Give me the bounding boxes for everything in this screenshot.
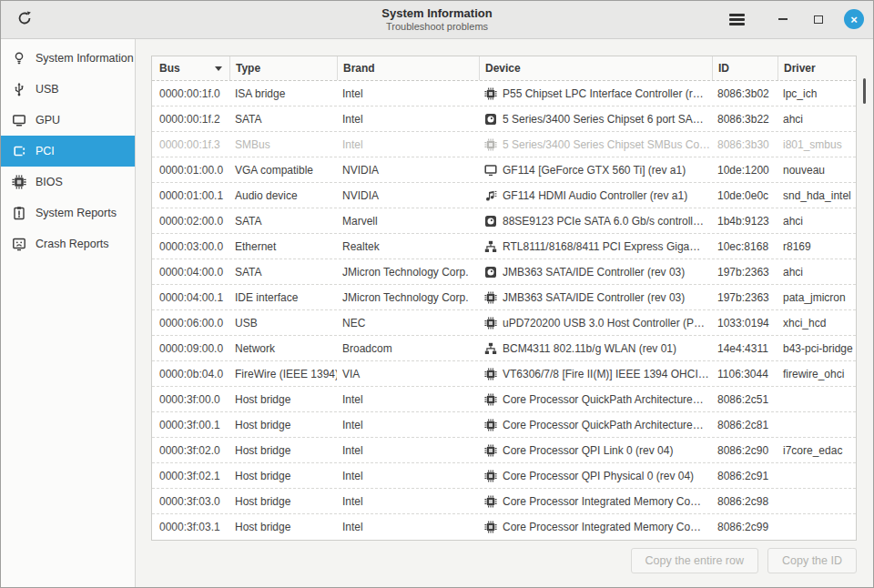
chip-icon [484, 419, 497, 431]
bus-cell: 0000:3f:03.0 [152, 495, 229, 508]
brand-cell: NEC [337, 317, 479, 329]
sidebar-item-bios[interactable]: BIOS [1, 167, 135, 198]
table-row[interactable]: 0000:01:00.1 Audio device NVIDIA GF114 H… [152, 183, 856, 208]
column-header-device[interactable]: Device [479, 56, 712, 80]
id-cell: 8086:2c98 [712, 495, 777, 508]
maximize-icon [814, 15, 823, 24]
chip-icon [484, 138, 497, 151]
driver-cell: nouveau [777, 164, 858, 177]
device-cell: 5 Series/3400 Series Chipset SMBus Co… [479, 138, 712, 151]
table-row[interactable]: 0000:01:00.0 VGA compatible NVIDIA GF114… [152, 157, 856, 183]
bus-cell: 0000:00:1f.0 [152, 87, 229, 100]
id-cell: 8086:3b30 [712, 138, 777, 151]
driver-cell: pata_jmicron [777, 291, 858, 304]
chip-icon [484, 368, 497, 380]
device-cell: Core Processor Integrated Memory Co… [479, 495, 712, 508]
chip-icon [484, 521, 497, 533]
column-header-driver[interactable]: Driver [777, 56, 858, 80]
lightbulb-icon [12, 51, 26, 66]
table-row[interactable]: 0000:00:1f.2 SATA Intel 5 Series/3400 Se… [152, 106, 856, 132]
minimize-button[interactable] [773, 9, 793, 29]
titlebar: System Information Troubleshoot problems… [1, 1, 873, 39]
sidebar-item-system-information[interactable]: System Information [1, 43, 135, 74]
id-cell: 8086:3b02 [712, 87, 777, 100]
column-header-brand[interactable]: Brand [337, 56, 479, 80]
device-cell: BCM4311 802.11b/g WLAN (rev 01) [479, 342, 712, 355]
device-label: Core Processor QPI Physical 0 (rev 04) [503, 470, 694, 482]
scrollbar-thumb[interactable] [863, 78, 866, 104]
type-cell: SATA [229, 215, 337, 228]
sidebar-item-pci[interactable]: PCI [1, 136, 135, 167]
table-row[interactable]: 0000:06:00.0 USB NEC uPD720200 USB 3.0 H… [152, 310, 856, 336]
brand-cell: JMicron Technology Corp. [337, 291, 479, 304]
bus-cell: 0000:09:00.0 [152, 342, 229, 355]
id-cell: 197b:2363 [712, 266, 777, 279]
close-button[interactable]: × [844, 9, 864, 29]
table-row[interactable]: 0000:3f:00.1 Host bridge Intel Core Proc… [152, 412, 856, 438]
copy-row-button[interactable]: Copy the entire row [631, 548, 758, 573]
bus-cell: 0000:00:1f.2 [152, 113, 229, 126]
menu-button[interactable] [726, 8, 748, 32]
maximize-button[interactable] [808, 9, 828, 29]
sidebar-item-label: USB [36, 83, 59, 96]
copy-id-button[interactable]: Copy the ID [767, 548, 857, 573]
table-row[interactable]: 0000:3f:03.0 Host bridge Intel Core Proc… [152, 489, 856, 514]
table-row[interactable]: 0000:04:00.1 IDE interface JMicron Techn… [152, 285, 856, 310]
sidebar-item-usb[interactable]: USB [1, 74, 135, 105]
sidebar-item-gpu[interactable]: GPU [1, 105, 135, 136]
device-cell: P55 Chipset LPC Interface Controller (r… [479, 87, 712, 100]
column-header-id[interactable]: ID [712, 56, 777, 80]
brand-cell: Intel [337, 393, 479, 406]
type-cell: Host bridge [229, 419, 337, 431]
table-row[interactable]: 0000:00:1f.0 ISA bridge Intel P55 Chipse… [152, 81, 856, 106]
type-cell: SATA [229, 113, 337, 126]
column-header-type[interactable]: Type [229, 56, 337, 80]
minimize-icon [778, 18, 788, 20]
brand-cell: VIA [337, 368, 479, 380]
column-label: Driver [784, 62, 816, 75]
device-cell: JMB363 SATA/IDE Controller (rev 03) [479, 266, 712, 279]
table-row[interactable]: 0000:09:00.0 Network Broadcom BCM4311 80… [152, 336, 856, 361]
table-row[interactable]: 0000:3f:02.0 Host bridge Intel Core Proc… [152, 438, 856, 463]
table-row[interactable]: 0000:00:1f.3 SMBus Intel 5 Series/3400 S… [152, 132, 856, 157]
id-cell: 1b4b:9123 [712, 215, 777, 228]
device-label: Core Processor QuickPath Architecture… [503, 419, 704, 431]
sidebar: System Information USB GPU PCI BIOS Syst… [1, 39, 136, 587]
device-label: GF114 [GeForce GTX 560 Ti] (rev a1) [503, 164, 686, 177]
column-label: Type [236, 62, 260, 75]
brand-cell: Intel [337, 419, 479, 431]
driver-cell: lpc_ich [777, 87, 858, 100]
driver-cell: b43-pci-bridge [777, 342, 858, 355]
sort-desc-icon [215, 66, 222, 71]
refresh-button[interactable] [12, 7, 37, 33]
device-cell: Core Processor QuickPath Architecture… [479, 393, 712, 406]
device-label: Core Processor Integrated Memory Co… [503, 495, 701, 508]
device-cell: uPD720200 USB 3.0 Host Controller (P… [479, 317, 712, 329]
bus-cell: 0000:0b:04.0 [152, 368, 229, 380]
drive-icon [484, 215, 497, 228]
table-row[interactable]: 0000:3f:00.0 Host bridge Intel Core Proc… [152, 387, 856, 412]
table-row[interactable]: 0000:04:00.0 SATA JMicron Technology Cor… [152, 259, 856, 285]
table-row[interactable]: 0000:03:00.0 Ethernet Realtek RTL8111/81… [152, 234, 856, 259]
brand-cell: NVIDIA [337, 189, 479, 202]
sidebar-item-system-reports[interactable]: System Reports [1, 198, 135, 228]
sidebar-item-crash-reports[interactable]: Crash Reports [1, 228, 135, 259]
table-row[interactable]: 0000:3f:03.1 Host bridge Intel Core Proc… [152, 514, 856, 540]
column-header-bus[interactable]: Bus [152, 56, 229, 80]
table-row[interactable]: 0000:0b:04.0 FireWire (IEEE 1394) VIA VT… [152, 361, 856, 387]
driver-cell: xhci_hcd [777, 317, 858, 329]
id-cell: 8086:3b22 [712, 113, 777, 126]
device-label: RTL8111/8168/8411 PCI Express Giga… [503, 240, 700, 253]
chip-icon [484, 317, 497, 329]
device-cell: GF114 [GeForce GTX 560 Ti] (rev a1) [479, 164, 712, 177]
id-cell: 197b:2363 [712, 291, 777, 304]
bus-cell: 0000:3f:00.1 [152, 419, 229, 431]
window-title: System Information [381, 6, 492, 21]
id-cell: 14e4:4311 [712, 342, 777, 355]
bus-cell: 0000:00:1f.3 [152, 138, 229, 151]
device-label: 5 Series/3400 Series Chipset 6 port SA… [503, 113, 704, 126]
brand-cell: Intel [337, 495, 479, 508]
network-icon [484, 342, 497, 355]
table-row[interactable]: 0000:3f:02.1 Host bridge Intel Core Proc… [152, 463, 856, 489]
table-row[interactable]: 0000:02:00.0 SATA Marvell 88SE9123 PCIe … [152, 208, 856, 234]
